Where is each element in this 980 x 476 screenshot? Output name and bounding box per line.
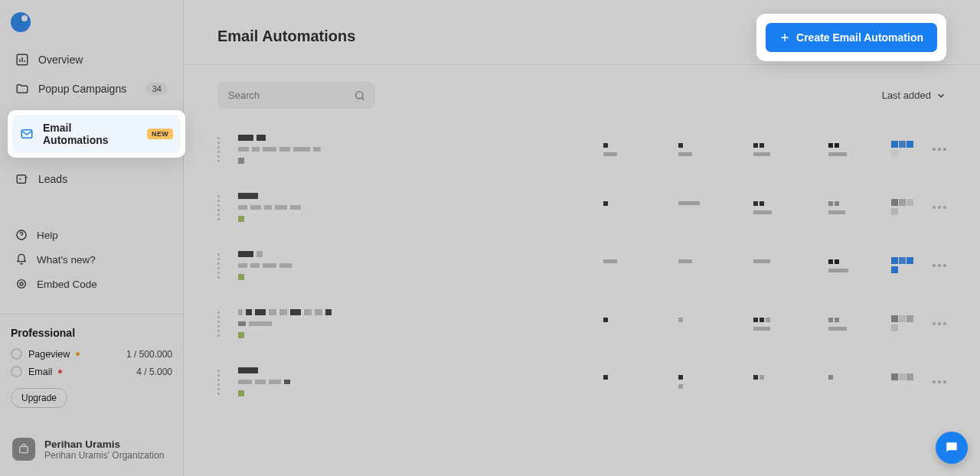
leads-icon — [15, 172, 29, 186]
new-badge: NEW — [147, 129, 173, 139]
user-block[interactable]: Perihan Uramis Perihan Uramis' Organizat… — [0, 427, 183, 476]
plan-row-count: 4 / 5.000 — [136, 367, 172, 377]
sort-dropdown[interactable]: Last added — [882, 90, 946, 101]
count-badge: 34 — [146, 83, 168, 95]
drag-handle-icon[interactable] — [217, 195, 220, 220]
row-menu-icon[interactable] — [933, 264, 946, 267]
folder-icon — [15, 82, 29, 96]
row-stats — [603, 201, 873, 214]
row-stats — [603, 143, 873, 156]
list-item[interactable] — [217, 358, 946, 406]
sidebar-item-label: Email Automations — [43, 122, 135, 146]
sidebar-item-help[interactable]: Help — [8, 223, 175, 246]
row-main — [238, 309, 585, 338]
row-menu-icon[interactable] — [933, 148, 946, 151]
sidebar-item-label: What's new? — [37, 254, 96, 266]
list-item[interactable] — [217, 242, 946, 289]
chevron-down-icon — [936, 90, 946, 101]
sidebar-item-label: Help — [37, 230, 58, 241]
row-menu-icon[interactable] — [933, 322, 946, 325]
plan-row-label: Pageview — [28, 349, 70, 360]
upgrade-button[interactable]: Upgrade — [11, 388, 67, 408]
row-thumbnail — [891, 373, 914, 390]
list-item[interactable] — [217, 126, 946, 173]
row-thumbnail — [891, 257, 914, 274]
row-thumbnail — [891, 315, 914, 332]
overview-icon — [15, 53, 29, 67]
chat-widget-button[interactable] — [936, 432, 968, 464]
row-main — [238, 367, 585, 396]
create-button-label: Create Email Automation — [796, 31, 923, 44]
progress-circle-icon — [11, 348, 22, 360]
sidebar-item-email-automations[interactable]: Email Automations NEW — [12, 115, 181, 153]
sidebar-item-overview[interactable]: Overview — [8, 46, 175, 73]
sidebar-item-leads[interactable]: Leads — [8, 165, 175, 193]
user-info: Perihan Uramis Perihan Uramis' Organizat… — [44, 439, 164, 461]
row-main — [238, 135, 585, 164]
toolbar: Last added — [184, 65, 980, 118]
row-thumbnail — [891, 141, 914, 158]
sort-label: Last added — [882, 90, 931, 101]
bell-icon — [15, 253, 28, 266]
row-main — [238, 251, 585, 280]
row-menu-icon[interactable] — [933, 206, 946, 209]
search-icon — [354, 90, 366, 102]
drag-handle-icon[interactable] — [217, 253, 220, 279]
svg-point-6 — [356, 91, 363, 98]
svg-rect-1 — [17, 175, 25, 184]
user-org: Perihan Uramis' Organization — [44, 450, 164, 461]
sidebar-item-label: Leads — [38, 173, 67, 185]
search-input[interactable] — [217, 82, 375, 109]
drag-handle-icon[interactable] — [217, 370, 220, 395]
status-dot-icon — [58, 370, 62, 373]
row-main — [238, 193, 585, 222]
row-stats — [603, 318, 873, 331]
sidebar-item-embed-code[interactable]: Embed Code — [8, 272, 175, 295]
progress-circle-icon — [11, 366, 22, 377]
svg-point-4 — [20, 282, 23, 285]
main-content: Email Automations Last added — [184, 0, 980, 476]
page-title: Email Automations — [217, 28, 355, 45]
create-email-automation-button[interactable]: Create Email Automation — [766, 23, 937, 52]
plan-row-count: 1 / 500.000 — [126, 349, 172, 360]
divider — [0, 314, 183, 315]
svg-point-3 — [18, 280, 26, 289]
drag-handle-icon[interactable] — [217, 137, 220, 162]
search-wrap — [217, 82, 375, 109]
plan-row-label: Email — [28, 367, 52, 377]
help-icon — [15, 229, 28, 241]
sidebar-item-label: Overview — [38, 54, 83, 66]
plan-row-email: Email 4 / 5.000 — [11, 366, 172, 377]
plan-block: Professional Pageview 1 / 500.000 Email … — [0, 327, 183, 408]
user-name: Perihan Uramis — [44, 439, 164, 450]
highlight-create-button: Create Email Automation — [756, 14, 946, 61]
drag-handle-icon[interactable] — [217, 311, 220, 337]
sidebar-item-label: Popup Campaigns — [38, 83, 126, 95]
list-item[interactable] — [217, 300, 946, 347]
avatar — [12, 438, 35, 461]
plus-icon — [779, 32, 790, 43]
plan-row-pageview: Pageview 1 / 500.000 — [11, 348, 172, 360]
highlight-email-automations: Email Automations NEW — [8, 110, 185, 158]
automation-list — [184, 118, 980, 413]
status-dot-icon — [76, 352, 80, 356]
svg-rect-5 — [20, 447, 28, 453]
row-menu-icon[interactable] — [933, 380, 946, 383]
plan-name: Professional — [11, 327, 172, 339]
sidebar-item-popup-campaigns[interactable]: Popup Campaigns 34 — [8, 75, 175, 103]
row-thumbnail — [891, 199, 914, 216]
list-item[interactable] — [217, 184, 946, 231]
row-stats — [603, 259, 873, 272]
target-icon — [15, 278, 28, 290]
row-stats — [603, 375, 873, 389]
app-logo[interactable] — [11, 12, 31, 32]
sidebar: Overview Popup Campaigns 34 Analytics Le… — [0, 0, 184, 476]
secondary-nav: Help What's new? Embed Code — [0, 223, 183, 295]
mail-icon — [20, 127, 34, 141]
sidebar-item-whats-new[interactable]: What's new? — [8, 248, 175, 271]
logo-wrap — [0, 0, 183, 40]
sidebar-item-label: Embed Code — [37, 279, 97, 290]
